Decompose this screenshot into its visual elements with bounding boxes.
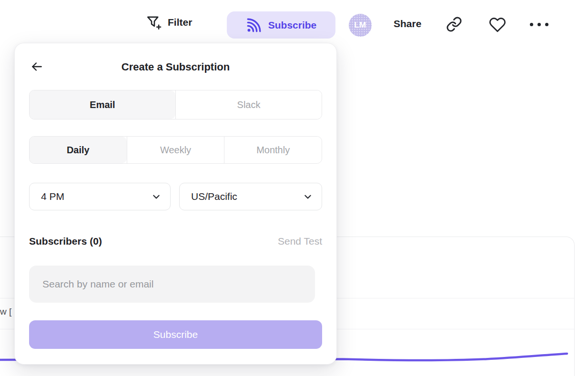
create-subscription-modal: Create a Subscription Email Slack Daily … xyxy=(14,43,337,365)
tab-daily[interactable]: Daily xyxy=(30,137,127,163)
tab-monthly[interactable]: Monthly xyxy=(224,137,322,163)
filter-label: Filter xyxy=(168,17,192,28)
rss-icon xyxy=(246,17,262,33)
avatar[interactable]: LM xyxy=(349,14,372,37)
tab-slack[interactable]: Slack xyxy=(175,90,322,119)
filter-button[interactable]: Filter xyxy=(145,14,192,30)
tab-email[interactable]: Email xyxy=(30,90,175,119)
background-text-fragment: w [ xyxy=(0,307,11,317)
frequency-tabs: Daily Weekly Monthly xyxy=(29,136,322,164)
time-select[interactable]: 4 PM xyxy=(29,183,171,210)
subscribe-button[interactable]: Subscribe xyxy=(227,11,335,39)
timezone-select-value: US/Pacific xyxy=(191,191,237,202)
channel-tabs: Email Slack xyxy=(29,90,322,119)
chevron-down-icon xyxy=(152,192,161,201)
subscriber-search-input[interactable] xyxy=(29,266,315,303)
send-test-button[interactable]: Send Test xyxy=(278,236,322,247)
subscribers-label: Subscribers (0) xyxy=(29,236,102,247)
subscribe-submit-button[interactable]: Subscribe xyxy=(29,320,322,349)
share-button[interactable]: Share xyxy=(394,18,421,30)
time-select-value: 4 PM xyxy=(41,191,64,202)
link-icon xyxy=(446,16,462,32)
copy-link-button[interactable] xyxy=(446,16,462,32)
tab-weekly[interactable]: Weekly xyxy=(127,137,224,163)
schedule-row: 4 PM US/Pacific xyxy=(29,183,322,210)
avatar-initials: LM xyxy=(354,20,366,30)
heart-icon xyxy=(489,16,506,33)
ellipsis-icon xyxy=(530,23,548,26)
toolbar: Filter Subscribe LM Share xyxy=(0,0,588,44)
favorite-button[interactable] xyxy=(489,16,506,33)
share-label: Share xyxy=(394,18,421,30)
filter-plus-icon xyxy=(145,14,162,30)
timezone-select[interactable]: US/Pacific xyxy=(179,183,322,210)
subscribe-label: Subscribe xyxy=(268,20,317,31)
modal-title: Create a Subscription xyxy=(15,61,336,73)
chevron-down-icon xyxy=(304,192,312,201)
subscribers-row: Subscribers (0) Send Test xyxy=(29,236,322,247)
page: w [ Filter Subscribe xyxy=(0,0,588,376)
more-options-button[interactable] xyxy=(530,23,548,26)
